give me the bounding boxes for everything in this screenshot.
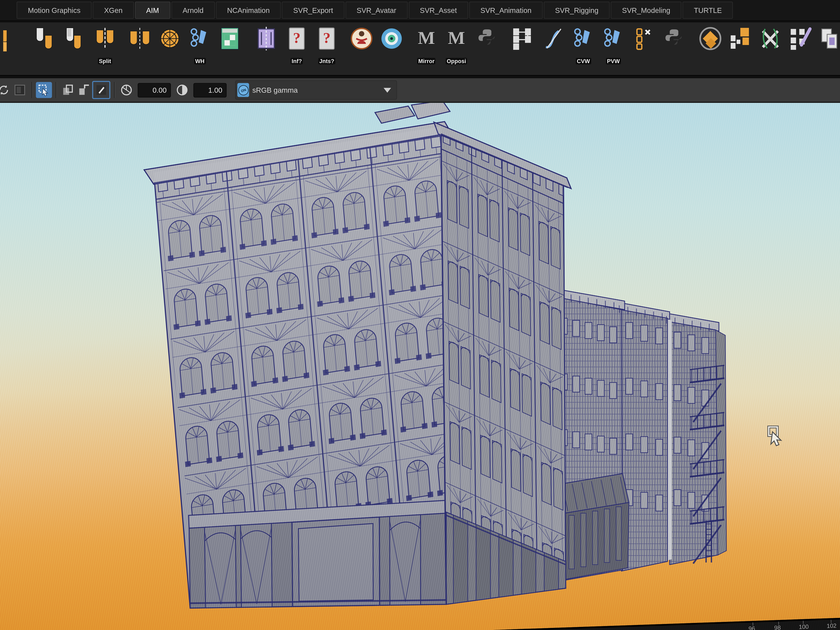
checker-map-button[interactable] — [218, 27, 242, 68]
tab-svr-avatar[interactable]: SVR_Avatar — [346, 2, 407, 19]
membership-plane-button[interactable] — [254, 27, 279, 68]
corner-arrow-icon[interactable] — [76, 82, 92, 98]
character-icon — [350, 27, 373, 52]
shelf-item-label: WH — [194, 58, 205, 65]
joint-network-icon — [512, 27, 535, 52]
eye-control-icon — [380, 27, 403, 52]
framebuffer-icon[interactable] — [12, 82, 28, 98]
exposure-field[interactable]: 0.00 — [138, 83, 171, 97]
shelf-item-label: Split — [98, 58, 112, 65]
curve-pencil-icon — [542, 27, 565, 52]
gamma-field[interactable]: 1.00 — [193, 83, 226, 97]
tab-svr-rigging[interactable]: SVR_Rigging — [544, 2, 609, 19]
tab-turtle[interactable]: TURTLE — [682, 2, 733, 19]
break-chain-button[interactable] — [631, 27, 655, 68]
cut-cross-button[interactable] — [758, 27, 783, 68]
3d-viewport[interactable]: 96 98 100 102 — [0, 103, 840, 630]
tab-motion-graphics[interactable]: Motion Graphics — [17, 2, 92, 19]
select-highlight-icon[interactable] — [36, 82, 52, 98]
curve-pencil-button[interactable] — [541, 27, 565, 68]
shelf-item-label: Mirror — [417, 58, 436, 65]
tab-svr-asset[interactable]: SVR_Asset — [409, 2, 468, 19]
influences-query-icon: ? — [285, 27, 308, 52]
python-script2-icon — [662, 27, 685, 52]
mirror-behavior-icon: M — [415, 27, 438, 52]
tab-svr-export[interactable]: SVR_Export — [282, 2, 344, 19]
time-tick-label: 96 — [748, 625, 755, 630]
skin-weights-edge-button[interactable] — [3, 27, 27, 68]
pivot-ring-icon — [698, 27, 722, 52]
time-tick-label: 102 — [827, 622, 837, 629]
copy-skin-weights-icon — [63, 27, 87, 52]
joints-query-icon: ? — [315, 27, 338, 52]
paint-skin-weights-icon — [33, 27, 57, 52]
tab-arnold[interactable]: Arnold — [171, 2, 215, 19]
eye-control-button[interactable] — [379, 27, 404, 68]
shelf-tab-bar: Motion GraphicsXGenAIMArnoldNCAnimationS… — [0, 0, 840, 22]
viewport-toolbar: 0.00 1.00 ON sRGB gamma — [0, 77, 840, 103]
shelf-item-label: CVW — [576, 58, 591, 65]
maya-application-window: Motion GraphicsXGenAIMArnoldNCAnimationS… — [0, 0, 840, 630]
transfer-nodes-icon — [728, 27, 752, 52]
python-script-icon — [475, 27, 498, 52]
break-chain-icon — [632, 27, 655, 52]
duplicate-pages-button[interactable] — [818, 27, 840, 68]
view-transform-dropdown[interactable]: ON sRGB gamma — [235, 81, 397, 100]
svg-text:M: M — [448, 28, 465, 48]
tab-aim[interactable]: AIM — [135, 2, 171, 19]
cut-cross-icon — [758, 27, 782, 52]
mirror-behavior-button[interactable]: MMirror — [414, 27, 439, 68]
membership-plane-icon — [255, 27, 278, 52]
paint-skin-weights-button[interactable] — [33, 27, 57, 68]
checker-map-icon — [218, 27, 242, 52]
opposite-behavior-button[interactable]: MOpposi — [444, 27, 469, 68]
skin-weights-edge-icon — [3, 27, 27, 52]
shelf-item-label: Inf? — [291, 58, 303, 65]
svg-text:?: ? — [323, 30, 331, 46]
wh-joints-button[interactable]: WH — [188, 27, 212, 68]
aperture-icon — [118, 82, 134, 98]
svg-text:M: M — [418, 28, 435, 48]
node-brush-button[interactable] — [788, 27, 813, 68]
viewport-canvas[interactable] — [0, 103, 840, 630]
weight-wheel-button[interactable] — [158, 27, 182, 68]
opposite-behavior-icon: M — [445, 27, 468, 52]
view-transform-value: sRGB gamma — [252, 86, 298, 94]
tab-xgen[interactable]: XGen — [93, 2, 134, 19]
transfer-nodes-button[interactable] — [728, 27, 753, 68]
refresh-icon[interactable] — [0, 82, 12, 98]
character-button[interactable] — [349, 27, 374, 68]
shelf-item-label: PVW — [606, 58, 621, 65]
shelf-item-label: Jnts? — [318, 58, 335, 65]
cvw-joints-button[interactable]: CVW — [571, 27, 595, 68]
python-script-button[interactable] — [474, 27, 499, 68]
pen-tablet-icon[interactable] — [92, 81, 110, 99]
svg-text:?: ? — [293, 30, 301, 46]
copy-skin-weights-button[interactable] — [63, 27, 87, 68]
wh-joints-icon — [188, 27, 212, 52]
duplicate-pages-icon — [818, 27, 840, 52]
tab-svr-modeling[interactable]: SVR_Modeling — [611, 2, 682, 19]
pvw-joints-button[interactable]: PVW — [601, 27, 625, 68]
split-weights-button[interactable]: Split — [93, 27, 117, 68]
time-tick-label: 100 — [799, 623, 809, 630]
layer-icon[interactable] — [60, 82, 76, 98]
joint-network-button[interactable] — [511, 27, 535, 68]
shelf-item-label: Opposi — [445, 58, 467, 65]
tab-svr-animation[interactable]: SVR_Animation — [469, 2, 543, 19]
node-brush-icon — [788, 27, 812, 52]
shelf-toolbar: Split WH?Inf??Jnts?MMirrorMOpposi CVW PV… — [0, 22, 840, 76]
time-tick-label: 98 — [774, 624, 781, 630]
contrast-icon — [174, 82, 190, 98]
chevron-down-icon — [384, 88, 391, 93]
tab-ncanimation[interactable]: NCAnimation — [216, 2, 281, 19]
joints-query-button[interactable]: ?Jnts? — [314, 27, 339, 68]
mirror-skin-weights-icon — [128, 27, 152, 52]
python-script2-button[interactable] — [661, 27, 685, 68]
weight-wheel-icon — [158, 27, 182, 52]
color-management-on-icon: ON — [237, 83, 249, 97]
mirror-skin-weights-button[interactable] — [128, 27, 152, 68]
cvw-joints-icon — [572, 27, 595, 52]
influences-query-button[interactable]: ?Inf? — [284, 27, 309, 68]
pivot-ring-button[interactable] — [698, 27, 723, 68]
